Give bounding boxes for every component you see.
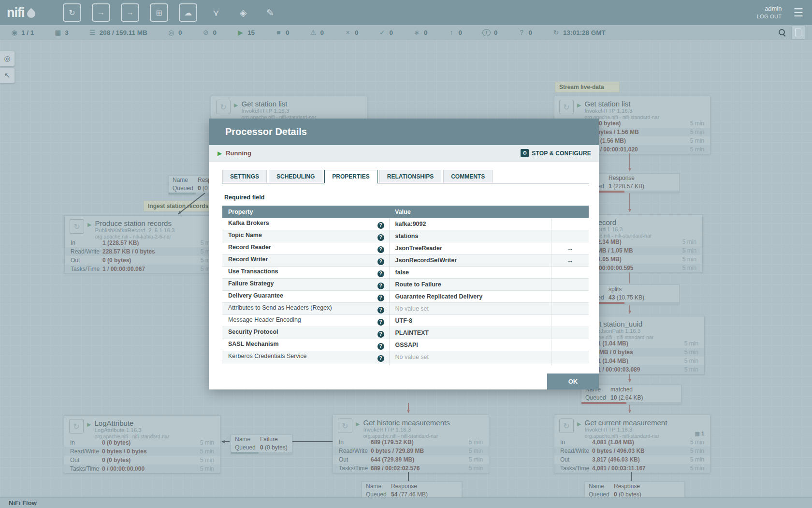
- running-icon: ▶: [87, 222, 91, 239]
- go-to-service-icon[interactable]: →: [551, 242, 589, 254]
- help-icon[interactable]: ?: [377, 283, 384, 289]
- help-icon[interactable]: ?: [377, 307, 384, 314]
- help-icon[interactable]: ?: [377, 331, 384, 338]
- process-group-icon[interactable]: ⊞: [150, 3, 168, 22]
- property-value: JsonTreeReader: [389, 242, 551, 254]
- property-row: ?Kerberos Credentials ServiceNo value se…: [222, 351, 589, 363]
- property-name: ?Kafka Brokers: [222, 218, 389, 230]
- property-name: ?Record Reader: [222, 242, 389, 254]
- template-icon[interactable]: ◈: [235, 4, 251, 21]
- disabled-count: 0: [355, 29, 359, 36]
- transmitting-status: ◎0: [168, 29, 182, 36]
- property-name: ?Use Transactions: [222, 267, 389, 279]
- processor-bundle: org.apache.nifi - nifi-kafka-2-6-nar: [95, 234, 174, 239]
- processor-icon[interactable]: ↻: [63, 3, 81, 22]
- dialog-body: SETTINGSSCHEDULINGPROPERTIESRELATIONSHIP…: [209, 162, 599, 365]
- help-icon[interactable]: ?: [377, 295, 384, 301]
- canvas-label[interactable]: Ingest station records: [144, 201, 213, 211]
- stopped-icon: ■: [275, 29, 282, 36]
- tab-properties[interactable]: PROPERTIES: [324, 170, 377, 183]
- cluster-count: 1 / 1: [21, 29, 34, 36]
- help-icon[interactable]: ?: [377, 270, 384, 277]
- stat-row-read-write: Read/Write0 bytes / 729.89 MB5 min: [333, 447, 489, 455]
- property-value: Route to Failure: [389, 279, 551, 291]
- running-status-icon: ▶: [218, 150, 222, 157]
- connection-name: Failure: [260, 436, 278, 443]
- help-icon[interactable]: ?: [377, 222, 384, 229]
- stopped-status: ■0: [275, 29, 290, 36]
- property-value: kafka:9092: [389, 218, 551, 230]
- invalid-icon: ⚠: [309, 29, 317, 36]
- navigate-palette-button[interactable]: ◎: [0, 51, 15, 66]
- logout-link[interactable]: LOG OUT: [757, 13, 782, 20]
- active-threads-status: ▦3: [54, 29, 69, 36]
- connection-name: splits: [609, 286, 622, 293]
- property-value: UTF-8: [389, 315, 551, 327]
- tab-comments[interactable]: COMMENTS: [443, 170, 493, 183]
- queued-count: 208 / 159.11 MB: [100, 29, 147, 36]
- connection-name: Response: [614, 483, 640, 490]
- help-icon[interactable]: ?: [377, 319, 384, 326]
- property-value: No value set: [389, 351, 551, 363]
- property-row: ?Failure StrategyRoute to Failure: [222, 279, 589, 291]
- sync-failure-icon: ?: [518, 29, 525, 36]
- processor-log-attribute[interactable]: ↻▶LogAttributeLogAttribute 1.16.3org.apa…: [64, 415, 220, 474]
- global-menu-icon[interactable]: ☰: [793, 6, 803, 19]
- breadcrumb[interactable]: NiFi Flow: [9, 499, 37, 507]
- breadcrumb-bar: NiFi Flow: [0, 497, 812, 508]
- connection-queued: 54 (77.46 MB): [391, 491, 428, 498]
- stop-and-configure-button[interactable]: ⚙ STOP & CONFIGURE: [521, 149, 591, 157]
- refresh-icon[interactable]: ↻: [552, 29, 560, 36]
- refresh-status[interactable]: ↻ 13:01:28 GMT: [552, 29, 606, 36]
- gear-icon: ⚙: [521, 149, 529, 157]
- property-value: PLAINTEXT: [389, 327, 551, 339]
- property-value: stations: [389, 230, 551, 242]
- processor-get-current-measurement[interactable]: ↻▶Get current measurementInvokeHTTP 1.16…: [554, 415, 710, 473]
- output-port-icon[interactable]: →: [121, 3, 139, 22]
- help-icon[interactable]: ?: [377, 234, 384, 241]
- operate-palette-button[interactable]: ↖: [0, 68, 15, 83]
- go-to-service-icon[interactable]: →: [551, 254, 589, 267]
- search-icon[interactable]: [779, 29, 785, 36]
- locally-modified-stale-status: !0: [482, 29, 498, 36]
- properties-table-wrap: Property Value ?Kafka Brokerskafka:9092?…: [222, 206, 589, 365]
- help-icon[interactable]: ?: [377, 258, 384, 265]
- connection-label-failure[interactable]: NameFailureQueued0 (0 bytes): [231, 434, 292, 454]
- tab-settings[interactable]: SETTINGS: [222, 170, 267, 183]
- current-user: admin: [757, 5, 782, 13]
- help-icon[interactable]: ?: [377, 246, 384, 253]
- properties-table: Property Value ?Kafka Brokerskafka:9092?…: [222, 206, 589, 365]
- processor-get-historic-measurements[interactable]: ↻▶Get historic measurementsInvokeHTTP 1.…: [333, 415, 489, 473]
- tab-scheduling[interactable]: SCHEDULING: [269, 170, 322, 183]
- processor-type: InvokeHTTP 1.16.3: [363, 427, 450, 433]
- help-icon[interactable]: ?: [377, 343, 384, 350]
- remote-process-group-icon[interactable]: ☁: [179, 3, 197, 22]
- stat-row-in: In0 (0 bytes)5 min: [64, 438, 220, 447]
- property-row: ?Use Transactionsfalse: [222, 267, 589, 279]
- processor-produce-station-records[interactable]: ↻▶Produce station recordsPublishKafkaRec…: [64, 215, 221, 274]
- label-icon[interactable]: ✎: [262, 4, 278, 21]
- tab-relationships[interactable]: RELATIONSHIPS: [379, 170, 441, 183]
- ok-button[interactable]: OK: [547, 374, 599, 389]
- up-to-date-icon: ✓: [378, 29, 386, 36]
- input-port-icon[interactable]: →: [92, 3, 110, 22]
- funnel-icon[interactable]: ⋎: [208, 4, 224, 21]
- value-column-header: Value: [389, 206, 551, 218]
- transmitting-icon: ◎: [168, 29, 175, 36]
- processor-bundle: org.apache.nifi - nifi-standard-nar: [94, 433, 169, 439]
- running-count: 15: [247, 29, 255, 36]
- property-name: ?Delivery Guarantee: [222, 291, 389, 303]
- running-icon: ▶: [577, 421, 581, 438]
- extra-cell: [551, 315, 589, 327]
- processor-details-dialog: Processor Details ▶ Running ⚙ STOP & CON…: [209, 119, 599, 389]
- stat-row-out: Out644 (729.89 MB)5 min: [333, 455, 489, 464]
- connection-name: Response: [609, 175, 635, 181]
- property-name: ?Failure Strategy: [222, 279, 389, 291]
- active-threads-icon: ▦: [54, 29, 61, 36]
- processor-name: Get station list: [584, 100, 659, 108]
- flow-summary-button[interactable]: [791, 26, 805, 40]
- help-icon[interactable]: ?: [377, 355, 384, 362]
- extra-cell: [551, 351, 589, 363]
- processor-bundle: org.apache.nifi - nifi-standard-nar: [584, 433, 667, 439]
- canvas-label[interactable]: Stream live-data: [555, 82, 620, 92]
